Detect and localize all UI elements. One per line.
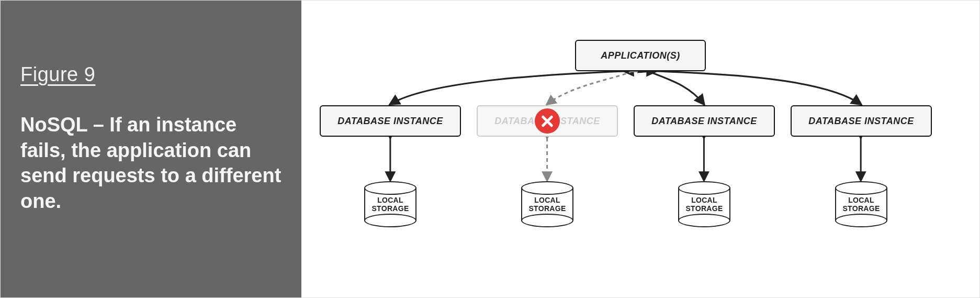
failure-icon	[535, 108, 560, 134]
db-instance-1-label: DATABASE INSTANCE	[337, 116, 443, 127]
figure-number: Figure 9	[20, 63, 281, 86]
figure-sidebar: Figure 9 NoSQL – If an instance fails, t…	[1, 1, 301, 297]
db-instance-1: DATABASE INSTANCE	[320, 105, 461, 137]
db-instance-3-label: DATABASE INSTANCE	[651, 116, 757, 127]
local-storage-2: LOCALSTORAGE	[521, 181, 573, 227]
local-storage-4-label: LOCALSTORAGE	[835, 196, 887, 213]
db-instance-2-failed: DATABASE INSTANCE	[477, 105, 618, 137]
local-storage-3: LOCALSTORAGE	[678, 181, 730, 227]
local-storage-2-label: LOCALSTORAGE	[521, 196, 573, 213]
local-storage-3-label: LOCALSTORAGE	[678, 196, 730, 213]
local-storage-1: LOCALSTORAGE	[364, 181, 416, 227]
figure-caption: NoSQL – If an instance fails, the applic…	[20, 112, 281, 214]
db-instance-3: DATABASE INSTANCE	[634, 105, 775, 137]
diagram-canvas: APPLICATION(S) DATABASE INSTANCE DATABAS…	[301, 1, 979, 297]
db-instance-4: DATABASE INSTANCE	[791, 105, 932, 137]
local-storage-1-label: LOCALSTORAGE	[364, 196, 416, 213]
db-instance-4-label: DATABASE INSTANCE	[808, 116, 914, 127]
application-label: APPLICATION(S)	[601, 50, 680, 61]
application-node: APPLICATION(S)	[575, 40, 706, 71]
local-storage-4: LOCALSTORAGE	[835, 181, 887, 227]
